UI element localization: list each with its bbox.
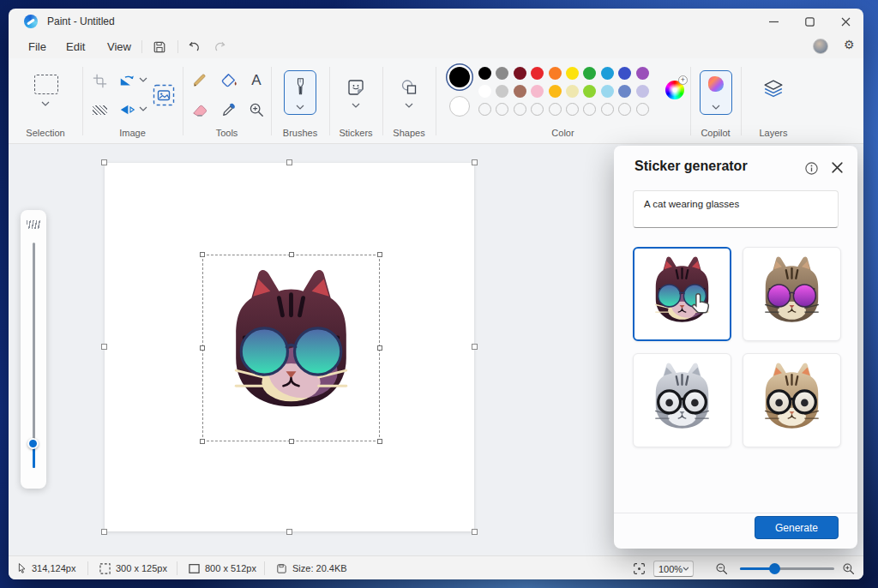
transparent-selection-button[interactable] [89, 99, 110, 120]
stickers-button[interactable] [346, 77, 366, 98]
palette-swatch[interactable] [478, 85, 491, 98]
crop-button[interactable] [89, 70, 110, 91]
palette-swatch[interactable] [496, 85, 508, 98]
palette-swatch-empty[interactable] [549, 103, 562, 116]
foreground-color-swatch[interactable] [449, 67, 470, 87]
canvas-resize-handle[interactable] [101, 344, 107, 350]
palette-swatch-empty[interactable] [636, 103, 649, 116]
layers-button[interactable] [762, 79, 785, 98]
palette-swatch[interactable] [514, 85, 526, 98]
menu-view[interactable]: View [99, 38, 139, 56]
palette-swatch-empty[interactable] [618, 103, 631, 116]
save-button[interactable] [148, 37, 171, 57]
selection-handle[interactable] [377, 439, 382, 444]
maximize-button[interactable] [791, 9, 827, 34]
minimize-button[interactable] [755, 9, 791, 34]
palette-swatch-empty[interactable] [514, 103, 526, 116]
title-bar[interactable]: Paint - Untitled [9, 9, 863, 34]
selection-dropdown[interactable] [41, 101, 50, 106]
palette-swatch[interactable] [478, 67, 491, 80]
panel-close-button[interactable] [831, 161, 844, 177]
selection-handle[interactable] [200, 345, 205, 351]
palette-swatch[interactable] [531, 85, 544, 98]
rotate-dropdown[interactable] [139, 77, 147, 82]
flip-button[interactable] [117, 99, 137, 120]
info-button[interactable] [804, 161, 819, 179]
text-tool-button[interactable]: A [246, 70, 267, 91]
palette-swatch[interactable] [636, 85, 649, 98]
rotate-button[interactable] [117, 70, 137, 91]
resize-image-button[interactable] [151, 82, 177, 108]
selection-handle[interactable] [289, 439, 294, 444]
palette-swatch-empty[interactable] [478, 103, 491, 116]
palette-swatch[interactable] [531, 67, 544, 80]
zoom-out-button[interactable] [715, 556, 728, 580]
canvas-resize-handle[interactable] [286, 159, 292, 165]
palette-swatch[interactable] [549, 67, 562, 80]
palette-swatch-empty[interactable] [496, 103, 508, 116]
palette-swatch[interactable] [583, 67, 596, 80]
magnifier-tool-button[interactable] [246, 99, 267, 120]
canvas-resize-handle[interactable] [101, 529, 107, 535]
brush-size-slider-thumb[interactable] [27, 438, 39, 449]
palette-swatch[interactable] [549, 85, 562, 98]
selection-handle[interactable] [377, 252, 382, 257]
undo-button[interactable] [183, 37, 205, 57]
pencil-tool-button[interactable] [189, 70, 210, 91]
canvas-resize-handle[interactable] [286, 529, 292, 535]
palette-swatch[interactable] [496, 67, 508, 80]
shapes-button[interactable] [399, 77, 419, 98]
palette-swatch-empty[interactable] [531, 103, 544, 116]
sticker-thumbnail-cat-teal-sunglasses[interactable] [633, 247, 731, 341]
palette-swatch[interactable] [636, 67, 649, 80]
generate-button[interactable]: Generate [755, 516, 839, 539]
menu-edit[interactable]: Edit [58, 38, 93, 56]
shapes-dropdown[interactable] [405, 103, 413, 108]
palette-swatch[interactable] [601, 85, 614, 98]
sticker-thumbnail-cat-magenta-sunglasses[interactable] [743, 247, 841, 341]
brush-size-slider-track[interactable] [33, 243, 35, 468]
pasted-cat-sticker[interactable] [205, 257, 377, 439]
palette-swatch[interactable] [514, 67, 526, 80]
selection-handle[interactable] [200, 439, 205, 444]
zoom-level-dropdown[interactable]: 100% [653, 561, 694, 577]
zoom-slider-thumb[interactable] [769, 563, 780, 574]
redo-button[interactable] [209, 37, 232, 57]
group-brushes: Brushes [271, 58, 329, 144]
canvas-resize-handle[interactable] [472, 159, 478, 165]
background-color-swatch[interactable] [449, 96, 470, 117]
sticker-thumbnail-gray-cat-round-glasses[interactable] [633, 353, 731, 447]
prompt-input[interactable]: A cat wearing glasses [633, 190, 839, 228]
palette-swatch[interactable] [583, 85, 596, 98]
fit-to-screen-button[interactable] [633, 556, 646, 580]
palette-swatch[interactable] [566, 85, 579, 98]
copilot-button[interactable] [700, 70, 732, 115]
stickers-dropdown[interactable] [352, 103, 360, 108]
sticker-thumbnail-tabby-kitten-round-glasses[interactable] [743, 353, 841, 447]
settings-gear-icon[interactable]: ⚙ [844, 38, 855, 51]
selection-handle[interactable] [377, 345, 382, 351]
close-button[interactable] [827, 9, 863, 34]
palette-swatch-empty[interactable] [566, 103, 579, 116]
selection-region[interactable] [202, 255, 380, 441]
selection-handle[interactable] [200, 252, 205, 257]
palette-swatch-empty[interactable] [583, 103, 596, 116]
menu-file[interactable]: File [21, 38, 54, 56]
selection-tool-button[interactable] [33, 72, 60, 96]
selection-handle[interactable] [289, 252, 294, 257]
palette-swatch[interactable] [566, 67, 579, 80]
palette-swatch[interactable] [618, 67, 631, 80]
canvas-resize-handle[interactable] [101, 159, 107, 165]
palette-swatch-empty[interactable] [601, 103, 614, 116]
canvas-resize-handle[interactable] [472, 529, 478, 535]
palette-swatch[interactable] [601, 67, 614, 80]
flip-dropdown[interactable] [139, 106, 147, 111]
eraser-tool-button[interactable] [189, 99, 210, 120]
brushes-button[interactable] [284, 70, 316, 115]
fill-tool-button[interactable] [219, 70, 239, 91]
color-picker-tool-button[interactable] [219, 99, 239, 120]
palette-swatch[interactable] [618, 85, 631, 98]
account-avatar[interactable] [813, 39, 828, 54]
zoom-in-button[interactable] [842, 556, 855, 580]
canvas-resize-handle[interactable] [472, 344, 478, 350]
